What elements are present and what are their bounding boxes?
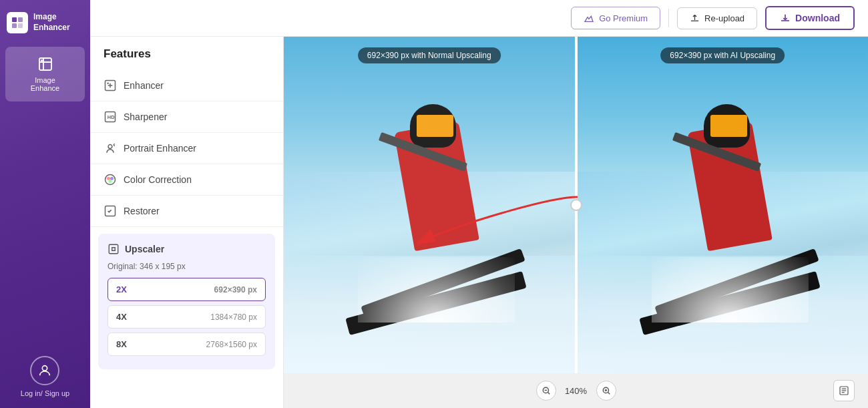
svg-point-14: [110, 177, 114, 180]
image-panel-left: 692×390 px with Normal Upscaling: [284, 37, 575, 373]
svg-point-5: [41, 59, 43, 61]
sidebar-nav: Image Enhance: [0, 45, 90, 345]
notes-button[interactable]: [833, 380, 855, 401]
zoom-controls: 140%: [536, 381, 616, 401]
feature-item-enhancer[interactable]: Enhancer: [90, 70, 283, 101]
feature-item-sharpener[interactable]: HD Sharpener: [90, 101, 283, 133]
features-title: Features: [90, 47, 283, 70]
svg-rect-3: [18, 23, 23, 28]
feature-item-color-correction[interactable]: Color Correction: [90, 164, 283, 196]
upscaler-title: Upscaler: [125, 244, 164, 254]
reupload-button[interactable]: Re-upload: [677, 7, 757, 29]
scale-4x-size: 1384×780 px: [210, 313, 257, 322]
scale-option-2x[interactable]: 2X 692×390 px: [107, 278, 266, 301]
svg-point-8: [107, 82, 109, 84]
scale-2x-size: 692×390 px: [214, 285, 257, 294]
zoom-level: 140%: [563, 386, 590, 396]
scale-option-4x[interactable]: 4X 1384×780 px: [107, 305, 266, 329]
logo-icon: [7, 12, 28, 33]
feature-restorer-label: Restorer: [124, 206, 160, 216]
feature-portrait-label: Portrait Enhancer: [124, 143, 196, 154]
svg-point-11: [108, 145, 112, 149]
bottom-controls: 140%: [284, 373, 868, 408]
login-label[interactable]: Log in/ Sign up: [21, 389, 69, 397]
scale-4x-label: 4X: [116, 312, 127, 322]
download-button[interactable]: Download: [765, 6, 855, 30]
image-area: 692×390 px with Normal Upscaling: [284, 37, 868, 408]
app-name-text: ImageEnhancer: [33, 12, 70, 33]
sidebar: ImageEnhancer Image Enhance Log in/ Sign…: [0, 0, 90, 408]
image-panel-right: 692×390 px with AI Upscaling: [578, 37, 869, 373]
svg-rect-17: [109, 244, 118, 254]
svg-rect-0: [12, 17, 17, 22]
features-panel: Features Enhancer HD Sharpener: [90, 37, 284, 408]
scale-option-8x[interactable]: 8X 2768×1560 px: [107, 333, 266, 356]
svg-point-6: [43, 366, 47, 371]
image-comparison: 692×390 px with Normal Upscaling: [284, 37, 868, 373]
right-image-badge: 692×390 px with AI Upscaling: [660, 47, 785, 63]
upscaler-card: Upscaler Original: 346 x 195 px 2X 692×3…: [98, 234, 275, 369]
feature-sharpener-label: Sharpener: [124, 112, 167, 122]
app-logo: ImageEnhancer: [0, 0, 90, 45]
body-area: Features Enhancer HD Sharpener: [90, 37, 868, 408]
scale-2x-label: 2X: [116, 284, 127, 294]
top-header: Go Premium Re-upload Download: [90, 0, 868, 37]
sidebar-item-image-enhance[interactable]: Image Enhance: [5, 47, 85, 101]
sidebar-footer: Log in/ Sign up: [15, 345, 75, 408]
svg-rect-2: [12, 23, 17, 28]
main-content: Go Premium Re-upload Download Features: [90, 0, 868, 408]
avatar[interactable]: [30, 356, 59, 385]
svg-line-21: [548, 392, 550, 394]
zoom-out-button[interactable]: [536, 381, 556, 401]
svg-point-15: [109, 180, 112, 183]
feature-item-portrait-enhancer[interactable]: Portrait Enhancer: [90, 133, 283, 164]
scale-8x-size: 2768×1560 px: [206, 340, 257, 349]
go-premium-button[interactable]: Go Premium: [571, 7, 660, 29]
comparison-divider[interactable]: [575, 37, 578, 373]
scale-8x-label: 8X: [116, 339, 127, 349]
svg-line-25: [608, 392, 610, 394]
original-size-label: Original: 346 x 195 px: [107, 262, 266, 271]
left-image-badge: 692×390 px with Normal Upscaling: [358, 47, 501, 63]
feature-color-correction-label: Color Correction: [124, 174, 192, 185]
upscaler-header: Upscaler: [107, 243, 266, 255]
feature-item-restorer[interactable]: Restorer: [90, 196, 283, 227]
zoom-in-button[interactable]: [596, 381, 616, 401]
feature-enhancer-label: Enhancer: [124, 80, 164, 91]
svg-point-13: [107, 177, 110, 180]
sidebar-item-label: Image Enhance: [31, 76, 59, 92]
svg-rect-1: [18, 17, 23, 22]
svg-text:HD: HD: [107, 114, 115, 120]
header-divider: [668, 9, 669, 27]
